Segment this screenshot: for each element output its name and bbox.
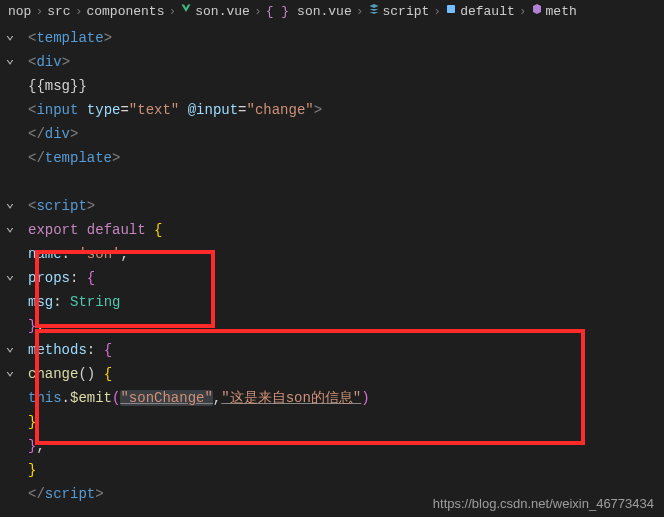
code-line[interactable]: name: 'son', (20, 242, 664, 266)
code-line[interactable]: {{msg}} (20, 74, 664, 98)
code-line[interactable]: </div> (20, 122, 664, 146)
code-line[interactable]: this.$emit("sonChange","这是来自son的信息") (20, 386, 664, 410)
fold-chevron-icon[interactable]: ⌄ (2, 214, 18, 238)
code-line[interactable]: <script> (20, 194, 664, 218)
code-line[interactable]: </template> (20, 146, 664, 170)
watermark-text: https://blog.csdn.net/weixin_46773434 (433, 496, 654, 511)
fold-chevron-icon[interactable]: ⌄ (2, 334, 18, 358)
crumb-shop[interactable]: nop (8, 4, 31, 19)
code-line[interactable]: export default { (20, 218, 664, 242)
crumb-script[interactable]: script (383, 4, 430, 19)
chevron-right-icon: › (433, 4, 441, 19)
crumb-sonvue[interactable]: son.vue (297, 4, 352, 19)
code-line[interactable]: change() { (20, 362, 664, 386)
chevron-right-icon: › (356, 4, 364, 19)
vue-file-icon (180, 3, 192, 19)
crumb-components[interactable]: components (86, 4, 164, 19)
code-line[interactable] (20, 170, 664, 194)
code-line[interactable]: }, (20, 434, 664, 458)
method-icon (531, 3, 543, 19)
crumb-default[interactable]: default (460, 4, 515, 19)
chevron-right-icon: › (519, 4, 527, 19)
fold-chevron-icon[interactable]: ⌄ (2, 22, 18, 46)
braces-icon: { } (266, 4, 289, 19)
code-line[interactable]: <div> (20, 50, 664, 74)
code-line[interactable]: <template> (20, 26, 664, 50)
code-line[interactable]: props: { (20, 266, 664, 290)
crumb-methods[interactable]: meth (546, 4, 577, 19)
module-icon (368, 3, 380, 19)
code-line[interactable]: methods: { (20, 338, 664, 362)
crumb-file[interactable]: son.vue (195, 4, 250, 19)
fold-chevron-icon[interactable]: ⌄ (2, 358, 18, 382)
code-editor[interactable]: ⌄ ⌄ ⌄ ⌄ ⌄ ⌄ ⌄ <template> <div> {{msg}} <… (0, 22, 664, 506)
code-line[interactable]: <input type="text" @input="change"> (20, 98, 664, 122)
code-line[interactable]: } (20, 410, 664, 434)
svg-rect-0 (447, 5, 455, 13)
chevron-right-icon: › (35, 4, 43, 19)
chevron-right-icon: › (168, 4, 176, 19)
variable-icon (445, 3, 457, 19)
crumb-src[interactable]: src (47, 4, 70, 19)
code-line[interactable]: msg: String (20, 290, 664, 314)
fold-chevron-icon[interactable]: ⌄ (2, 46, 18, 70)
breadcrumb[interactable]: nop › src › components › son.vue › { } s… (0, 0, 664, 22)
code-line[interactable]: } (20, 458, 664, 482)
chevron-right-icon: › (254, 4, 262, 19)
fold-chevron-icon[interactable]: ⌄ (2, 190, 18, 214)
chevron-right-icon: › (75, 4, 83, 19)
fold-chevron-icon[interactable]: ⌄ (2, 262, 18, 286)
code-line[interactable]: }, (20, 314, 664, 338)
